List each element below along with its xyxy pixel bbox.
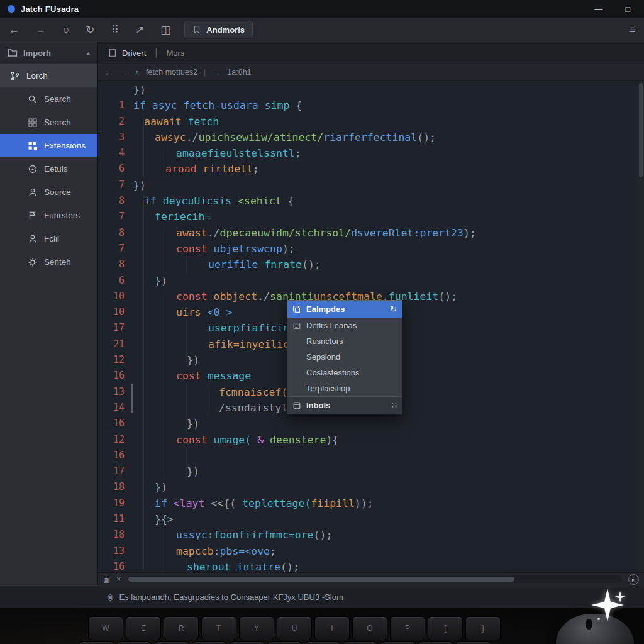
indent-guide: [133, 161, 165, 177]
grid-dots-icon[interactable]: ∷: [392, 401, 397, 410]
code-token: fetch: [188, 116, 219, 128]
tab-separator: |: [155, 47, 157, 58]
line-number: [98, 82, 133, 97]
home-circle-icon[interactable]: ○: [63, 25, 69, 35]
forward-icon[interactable]: →: [36, 25, 47, 35]
back-icon[interactable]: ←: [9, 25, 19, 35]
code-token: fnrate: [264, 258, 302, 270]
code-text: awsyc./upichsewiiw/atinect/riarferfectin…: [133, 130, 644, 145]
popup-selected-item[interactable]: Ealmpdes ↻: [287, 301, 402, 318]
sidebar-item-lorch-0[interactable]: Lorch: [0, 64, 97, 87]
line-number: 12: [98, 352, 133, 368]
sidebar-item-source-5[interactable]: Source: [0, 180, 97, 204]
vertical-scrollbar[interactable]: [638, 81, 644, 572]
code-text: uerifile fnrate();: [133, 257, 644, 272]
refresh-icon[interactable]: ↻: [86, 25, 94, 35]
icon-spacer: [292, 337, 301, 346]
code-token: teplettage(: [242, 497, 311, 509]
code-text: sherout intatre();: [133, 559, 644, 572]
h-scrollbar-track[interactable]: [127, 575, 622, 583]
code-editor[interactable]: })1if asyc fetch-usdara simp {2aawait fe…: [98, 81, 644, 572]
person-icon: [28, 234, 38, 244]
gutter-scroll-indicator[interactable]: [131, 384, 133, 413]
sidebar-item-extensions-3[interactable]: Extensions: [0, 134, 97, 157]
sidebar-item-label: Source: [44, 187, 71, 197]
line-number: 17: [98, 464, 133, 479]
vertical-scrollbar-thumb[interactable]: [639, 83, 643, 177]
list-icon[interactable]: ≡: [629, 25, 635, 35]
keyboard-key: P: [390, 616, 425, 640]
indent-guide: [133, 432, 176, 448]
code-token: }): [155, 275, 167, 287]
list-small-icon: [292, 321, 301, 330]
desk-photo: WERTYUIOP[]: [0, 608, 644, 644]
code-token: asyc: [152, 99, 184, 111]
popup-item-sepsiond[interactable]: Sepsiond: [287, 349, 402, 365]
code-text: awast./dpecaeuwidm/stchrsol/dsvereRlet:p…: [133, 225, 644, 241]
code-token: userpfiaficin: [208, 322, 289, 334]
close-icon[interactable]: ×: [116, 575, 121, 583]
tab-drivert[interactable]: Drivert: [108, 48, 146, 58]
sidebar-item-label: Senteh: [44, 257, 71, 267]
popup-item-detlrs-leanas[interactable]: Detlrs Leanas: [287, 318, 402, 333]
tab-mors[interactable]: Mors: [166, 48, 184, 58]
sidebar-item-senteh-8[interactable]: Senteh: [0, 250, 97, 274]
breadcrumb-back-icon[interactable]: ←: [104, 67, 113, 77]
popup-item-rusnctors[interactable]: Rusnctors: [287, 333, 402, 349]
breadcrumb-location[interactable]: 1a:8h1: [227, 68, 251, 77]
code-token: sherout: [187, 561, 236, 572]
h-scrollbar-thumb[interactable]: [128, 577, 514, 582]
person-icon: [28, 187, 38, 197]
play-circle-icon[interactable]: ▸: [628, 574, 639, 585]
collapse-arrow-icon[interactable]: ▴: [87, 50, 90, 57]
breadcrumb-forward-icon[interactable]: →: [119, 67, 128, 77]
code-token: {: [296, 99, 302, 111]
line-number: 6: [98, 273, 133, 289]
refresh-icon[interactable]: ↻: [390, 304, 397, 314]
horizontal-scrollbar-row: ▣ × ▸: [98, 572, 644, 586]
share-icon[interactable]: ↗: [135, 25, 144, 35]
code-line: 1if asyc fetch-usdara simp {: [98, 97, 644, 113]
sidebar-item-eetuls-4[interactable]: Eetuls: [0, 157, 97, 180]
titlebar: Jatch FUsadra — □: [0, 0, 644, 18]
sidebar-item-fclil-7[interactable]: Fclil: [0, 227, 97, 250]
maximize-button[interactable]: □: [625, 4, 630, 14]
keyboard-key: I: [314, 616, 350, 640]
popup-footer[interactable]: Inbols ∷: [287, 396, 402, 414]
code-text: aawait fetch: [133, 114, 644, 130]
breadcrumb-separator: |: [204, 68, 206, 77]
keyboard-key: Y: [239, 616, 274, 640]
code-line: 19if <layt <<{( teplettage(fiipill));: [98, 496, 644, 511]
code-line: 16}): [98, 416, 644, 431]
apps-grid-icon[interactable]: ⠿: [111, 25, 119, 35]
target-icon: [28, 164, 38, 174]
code-token: const: [176, 243, 214, 255]
sidebar-item-search-2[interactable]: Search: [0, 111, 97, 134]
popup-item-coslastestions[interactable]: Coslastestions: [287, 365, 402, 380]
keyboard-key: [343, 641, 378, 644]
sidebar-item-search-1[interactable]: Search: [0, 87, 97, 111]
code-text: }): [133, 464, 644, 479]
split-panel-icon[interactable]: ◫: [160, 25, 170, 35]
indent-guide: [133, 511, 155, 527]
code-token: intatre: [236, 561, 280, 572]
sidebar-header[interactable]: Imporh ▴: [0, 42, 97, 64]
code-token: :foonfiirfmmc=ore: [208, 529, 314, 541]
grip-icon[interactable]: ▣: [103, 575, 110, 583]
code-text: if <layt <<{( teplettage(fiipill));: [133, 496, 644, 511]
sidebar-item-funrsters-6[interactable]: Funrsters: [0, 204, 97, 227]
address-box[interactable]: Andmorls: [184, 21, 253, 38]
indent-guide: [133, 352, 187, 368]
minimize-button[interactable]: —: [594, 4, 602, 14]
line-number: 18: [98, 527, 133, 543]
breadcrumb-path[interactable]: fetch mottues2: [146, 68, 197, 77]
line-number: 17: [98, 320, 133, 336]
line-number: 8: [98, 257, 133, 272]
indent-guide: [133, 464, 187, 479]
code-token: {: [288, 195, 294, 207]
gear-icon: [28, 257, 38, 267]
code-token: ();: [280, 561, 299, 572]
code-line: 18}): [98, 479, 644, 495]
popup-item-terplacstiop[interactable]: Terplacstiop: [287, 380, 402, 396]
indent-guide: [133, 130, 155, 145]
